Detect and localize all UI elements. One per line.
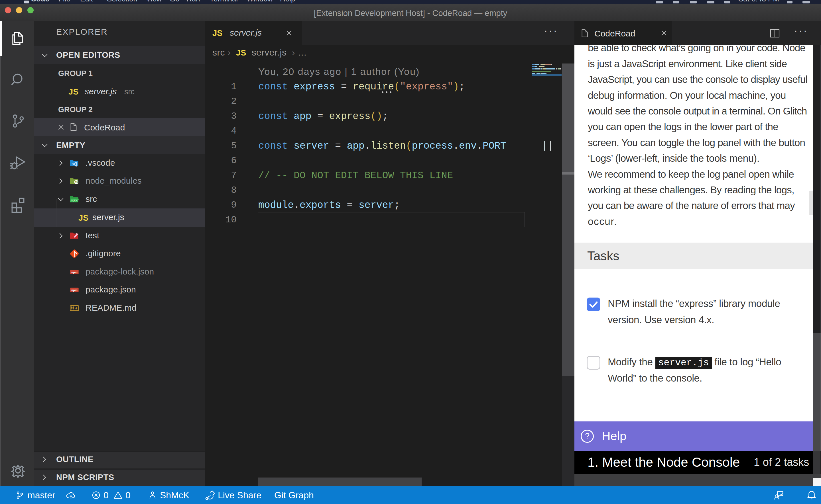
svg-text:JS: JS (75, 181, 78, 184)
svg-text:npm: npm (71, 271, 77, 274)
svg-text:npm: npm (71, 289, 77, 292)
svg-text:?: ? (585, 431, 589, 440)
svg-text:</>: </> (71, 199, 77, 202)
